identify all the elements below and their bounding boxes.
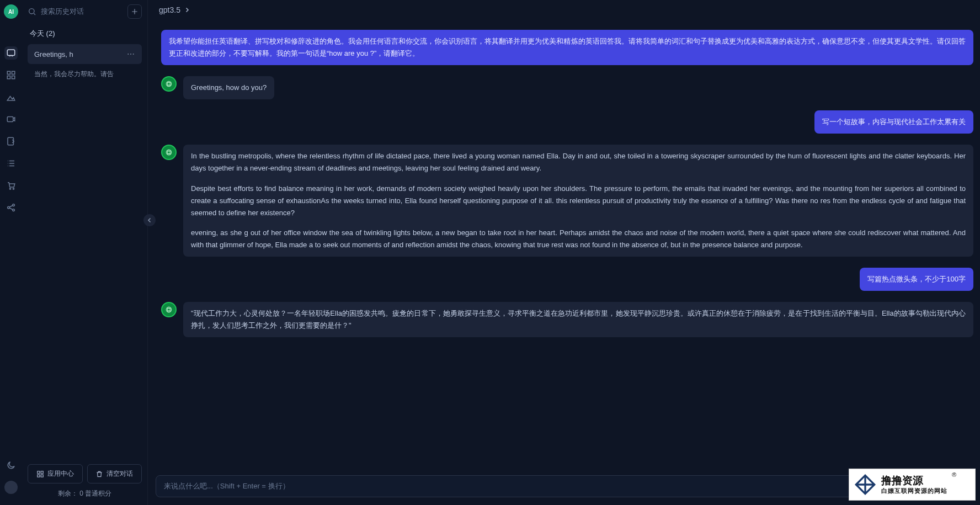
message-user: 我希望你能担任英语翻译、拼写校对和修辞改进的角色。我会用任何语言和你交流，你会识…: [161, 30, 973, 65]
svg-rect-16: [41, 475, 43, 477]
message-assistant: In the bustling metropolis, where the re…: [161, 145, 973, 257]
message-assistant: "现代工作力大，心灵何处放？一名年轻职场Ella的困惑发共鸣。疲惫的日常下，她勇…: [161, 302, 973, 337]
credit-line: 剩余： 0 普通积分: [28, 489, 142, 498]
nav-theme-icon[interactable]: [4, 459, 18, 472]
svg-point-8: [13, 188, 14, 189]
user-bubble: 写篇热点微头条，不少于100字: [860, 268, 973, 291]
user-bubble: 我希望你能担任英语翻译、拼写校对和修辞改进的角色。我会用任何语言和你交流，你会识…: [161, 30, 973, 65]
trash-icon: [95, 470, 103, 478]
nav-image-icon[interactable]: [4, 91, 18, 104]
svg-rect-4: [12, 76, 15, 79]
app-center-button[interactable]: 应用中心: [28, 464, 83, 483]
nav-share-icon[interactable]: [4, 201, 18, 214]
assistant-bubble: Greetings, how do you?: [183, 76, 274, 99]
search-icon: [28, 7, 36, 16]
clear-chat-button[interactable]: 清空对话: [87, 464, 142, 483]
nav-user-avatar[interactable]: [4, 481, 18, 494]
nav-cart-icon[interactable]: [4, 179, 18, 192]
main-pane: gpt3.5 我希望你能担任英语翻译、拼写校对和修辞改进的角色。我会用任何语言和…: [148, 0, 980, 505]
watermark-logo-icon: [854, 473, 877, 496]
assistant-avatar-icon: [161, 76, 177, 92]
message-user: 写一个短故事，内容与现代社会工作太累有关: [161, 110, 973, 134]
svg-point-17: [166, 82, 171, 87]
grid-icon: [36, 470, 44, 478]
collapse-sidebar-button[interactable]: [143, 214, 156, 226]
app-avatar[interactable]: AI: [4, 4, 18, 19]
assistant-bubble: "现代工作力大，心灵何处放？一名年轻职场Ella的困惑发共鸣。疲惫的日常下，她勇…: [183, 302, 973, 337]
svg-rect-15: [38, 475, 40, 477]
nav-list-icon[interactable]: [4, 157, 18, 170]
svg-rect-2: [12, 71, 15, 74]
message-user: 写篇热点微头条，不少于100字: [161, 268, 973, 291]
conversation-title: Greetings, h: [34, 50, 73, 59]
date-header: 今天 (2): [22, 23, 147, 42]
svg-rect-0: [7, 50, 15, 56]
watermark-subtitle: 白嫖互联网资源的网站: [881, 487, 947, 495]
watermark-badge: 撸撸资源 白嫖互联网资源的网站 ®: [849, 469, 976, 501]
nav-video-icon[interactable]: [4, 113, 18, 126]
assistant-bubble: In the bustling metropolis, where the re…: [183, 145, 973, 257]
assistant-avatar-icon: [161, 145, 177, 160]
watermark-title: 撸撸资源: [881, 475, 947, 487]
svg-point-12: [29, 9, 34, 14]
svg-rect-14: [41, 471, 43, 473]
new-chat-button[interactable]: [127, 4, 142, 19]
conversation-preview[interactable]: 当然，我会尽力帮助。请告: [22, 66, 147, 84]
svg-rect-6: [8, 137, 14, 145]
search-input[interactable]: 搜索历史对话: [28, 7, 123, 17]
chevron-left-icon: [146, 217, 153, 224]
chat-scroll[interactable]: 我希望你能担任英语翻译、拼写校对和修辞改进的角色。我会用任何语言和你交流，你会识…: [148, 20, 980, 475]
svg-point-19: [166, 307, 171, 312]
search-placeholder: 搜索历史对话: [41, 7, 84, 17]
message-assistant: Greetings, how do you?: [161, 76, 973, 99]
svg-point-18: [166, 150, 171, 155]
svg-point-7: [9, 188, 10, 189]
conversation-more-icon[interactable]: ⋯: [127, 50, 135, 59]
svg-rect-5: [7, 117, 13, 122]
nav-chat-icon[interactable]: [4, 46, 18, 60]
conversation-item[interactable]: Greetings, h ⋯: [28, 44, 142, 64]
model-header[interactable]: gpt3.5: [148, 0, 980, 20]
assistant-avatar-icon: [161, 302, 177, 317]
svg-rect-3: [7, 76, 10, 79]
user-bubble: 写一个短故事，内容与现代社会工作太累有关: [814, 110, 973, 134]
nav-apps-icon[interactable]: [4, 68, 18, 82]
svg-rect-1: [7, 71, 10, 74]
nav-rail: AI: [0, 0, 22, 505]
model-name: gpt3.5: [159, 6, 180, 14]
nav-write-icon[interactable]: [4, 135, 18, 148]
chevron-right-icon: [184, 7, 190, 13]
svg-rect-13: [38, 471, 40, 473]
watermark-registered-icon: ®: [952, 471, 956, 478]
plus-icon: [131, 8, 139, 15]
chat-input-placeholder: 来说点什么吧...（Shift + Enter = 换行）: [164, 482, 290, 490]
sidebar: 搜索历史对话 今天 (2) Greetings, h ⋯ 当然，我会尽力帮助。请…: [22, 0, 148, 505]
